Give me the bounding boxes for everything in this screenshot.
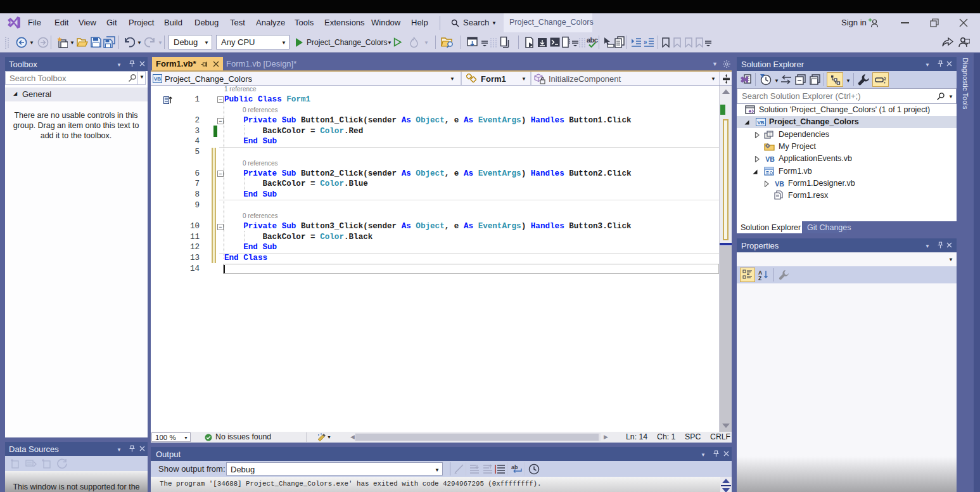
- svg-text:VB: VB: [757, 120, 764, 126]
- svg-text:VB: VB: [775, 179, 784, 187]
- svg-text:ab: ab: [511, 464, 518, 470]
- svg-text:»: »: [644, 39, 647, 46]
- svg-text:Z: Z: [758, 275, 761, 281]
- svg-text:VB: VB: [154, 76, 161, 82]
- svg-text:VB: VB: [765, 155, 775, 163]
